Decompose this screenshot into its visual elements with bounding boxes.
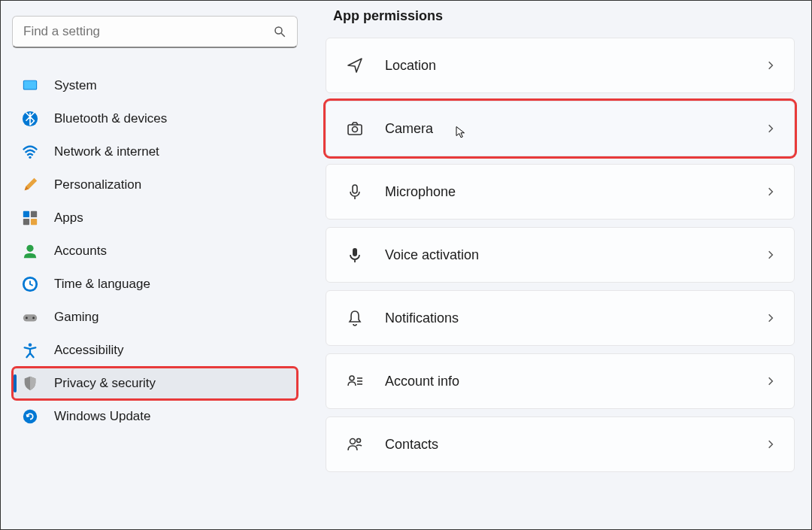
permission-account-info[interactable]: Account info	[326, 353, 795, 409]
sidebar-item-label: Network & internet	[54, 144, 159, 159]
sidebar-item-label: Accessibility	[54, 343, 124, 358]
chevron-right-icon	[765, 439, 776, 450]
sidebar-item-label: Bluetooth & devices	[54, 111, 167, 126]
contacts-icon	[344, 434, 365, 455]
person-icon	[21, 242, 39, 260]
permission-label: Camera	[385, 121, 765, 137]
sidebar-item-personalization[interactable]: Personalization	[12, 168, 298, 201]
sidebar-item-label: Gaming	[54, 310, 99, 325]
permission-label: Notifications	[385, 310, 765, 326]
svg-rect-50	[353, 185, 357, 193]
permission-contacts[interactable]: Contacts	[326, 416, 795, 472]
svg-rect-32	[24, 81, 37, 89]
chevron-right-icon	[765, 123, 776, 134]
sidebar-item-label: Accounts	[54, 244, 107, 259]
svg-rect-35	[23, 211, 29, 217]
camera-icon	[344, 118, 365, 139]
svg-rect-51	[353, 248, 357, 256]
permission-notifications[interactable]: Notifications	[326, 290, 795, 346]
svg-rect-37	[23, 219, 29, 225]
svg-rect-36	[31, 211, 37, 217]
sidebar-item-accounts[interactable]: Accounts	[12, 235, 298, 268]
update-icon	[21, 407, 39, 426]
chevron-right-icon	[765, 60, 776, 71]
gamepad-icon	[21, 308, 39, 326]
permission-voice-activation[interactable]: Voice activation	[326, 227, 795, 283]
apps-icon	[21, 209, 39, 227]
chevron-right-icon	[765, 250, 776, 260]
voice-icon	[344, 244, 365, 265]
svg-point-44	[26, 317, 28, 320]
svg-point-46	[29, 343, 32, 347]
svg-point-34	[29, 156, 31, 159]
svg-point-49	[353, 127, 358, 132]
location-icon	[344, 55, 365, 76]
microphone-icon	[344, 181, 365, 202]
sidebar-item-accessibility[interactable]: Accessibility	[12, 334, 298, 367]
svg-point-57	[357, 439, 361, 443]
wifi-icon	[21, 143, 39, 161]
svg-point-52	[350, 376, 354, 380]
permission-location[interactable]: Location	[326, 38, 795, 93]
accessibility-icon	[21, 341, 39, 359]
search-box[interactable]	[12, 16, 298, 48]
sidebar-item-windows-update[interactable]: Windows Update	[12, 400, 298, 433]
svg-rect-38	[31, 219, 37, 225]
sidebar-item-label: Privacy & security	[54, 376, 156, 391]
sidebar-item-network-internet[interactable]: Network & internet	[12, 135, 298, 168]
chevron-right-icon	[765, 376, 776, 386]
search-input[interactable]	[23, 24, 273, 39]
search-icon	[273, 25, 286, 38]
shield-icon	[21, 374, 39, 392]
permission-microphone[interactable]: Microphone	[326, 164, 795, 220]
svg-point-47	[23, 410, 37, 423]
account-info-icon	[344, 371, 365, 392]
bluetooth-icon	[21, 110, 39, 128]
permission-label: Location	[385, 58, 765, 74]
sidebar-item-apps[interactable]: Apps	[12, 201, 298, 235]
permission-label: Microphone	[385, 184, 765, 200]
chevron-right-icon	[765, 186, 776, 197]
sidebar-item-label: Personalization	[54, 177, 141, 192]
svg-point-45	[32, 317, 35, 320]
sidebar: SystemBluetooth & devicesNetwork & inter…	[1, 1, 309, 529]
sidebar-item-system[interactable]: System	[12, 69, 298, 102]
sidebar-item-label: Windows Update	[54, 409, 151, 424]
permission-label: Contacts	[385, 437, 765, 453]
permission-camera[interactable]: Camera	[326, 101, 795, 156]
svg-point-29	[275, 27, 282, 34]
system-icon	[21, 77, 39, 95]
sidebar-item-label: Apps	[54, 210, 83, 226]
svg-point-39	[26, 245, 33, 252]
sidebar-item-label: System	[54, 78, 97, 93]
paintbrush-icon	[21, 176, 39, 194]
permission-label: Voice activation	[385, 247, 765, 263]
globe-clock-icon	[21, 275, 39, 293]
section-title: App permissions	[333, 8, 795, 24]
svg-rect-43	[23, 314, 37, 321]
svg-point-56	[350, 439, 356, 444]
sidebar-item-bluetooth-devices[interactable]: Bluetooth & devices	[12, 102, 298, 135]
permission-label: Account info	[385, 374, 765, 389]
sidebar-item-privacy-security[interactable]: Privacy & security	[12, 367, 298, 400]
svg-line-30	[281, 33, 285, 37]
bell-icon	[344, 307, 365, 329]
sidebar-item-gaming[interactable]: Gaming	[12, 301, 298, 334]
sidebar-item-time-language[interactable]: Time & language	[12, 268, 298, 301]
sidebar-item-label: Time & language	[54, 277, 150, 292]
chevron-right-icon	[765, 313, 776, 323]
main-content: App permissions LocationCameraMicrophone…	[309, 1, 811, 529]
